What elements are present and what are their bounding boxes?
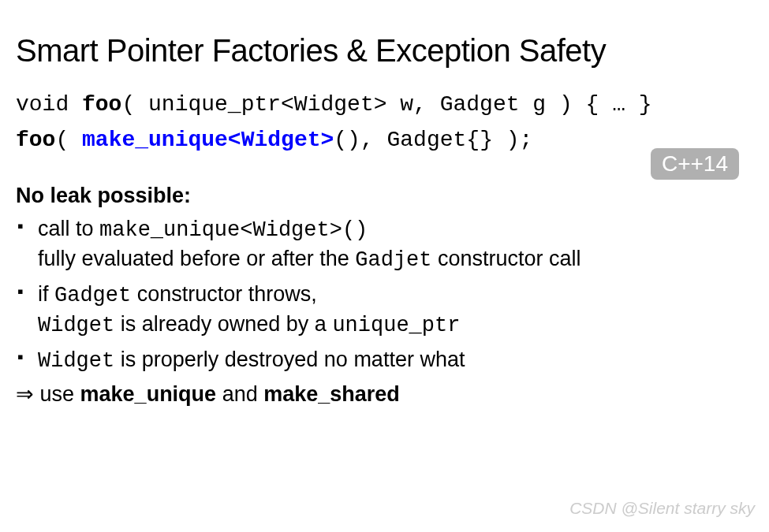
bullet-item-3: Widget is properly destroyed no matter w… [16,345,753,375]
bullet-item-1: call to make_unique<Widget>()fully evalu… [16,214,753,275]
bullet-item-2: if Gadget constructor throws,Widget is a… [16,280,753,340]
subheading: No leak possible: [16,184,753,208]
bullet-list: call to make_unique<Widget>()fully evalu… [16,214,753,375]
cpp-version-badge: C++14 [651,148,739,180]
code-line-2: foo( make_unique<Widget>(), Gadget{} ); [16,128,753,152]
code-line-1: void foo( unique_ptr<Widget> w, Gadget g… [16,92,753,117]
conclusion-line: ⇒ use make_unique and make_shared [16,380,753,408]
watermark: CSDN @Silent starry sky [569,499,755,518]
slide-title: Smart Pointer Factories & Exception Safe… [16,33,753,69]
